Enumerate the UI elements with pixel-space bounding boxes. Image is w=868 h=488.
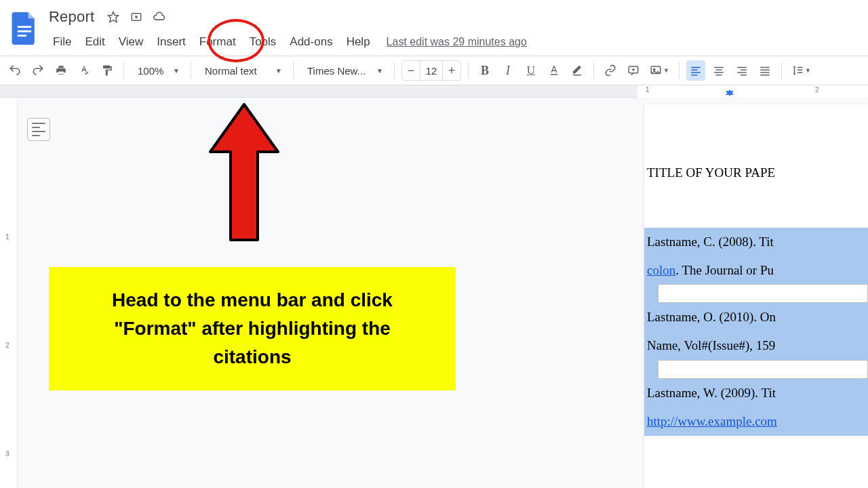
- annotation-callout: Head to the menu bar and click "Format" …: [49, 267, 456, 390]
- vertical-ruler[interactable]: 1 2 3: [0, 98, 18, 488]
- font-size-stepper: − 12 +: [401, 60, 461, 81]
- redo-button[interactable]: [28, 60, 47, 81]
- align-left-button[interactable]: [686, 60, 705, 81]
- citation-link[interactable]: colon: [647, 263, 675, 277]
- svg-rect-16: [737, 67, 747, 68]
- insert-link-button[interactable]: [601, 60, 620, 81]
- citation-line: colon. The Journal or Pu: [644, 256, 868, 285]
- ruler-tick: 1: [646, 86, 650, 94]
- menu-insert[interactable]: Insert: [150, 31, 193, 53]
- citation-line: http://www.example.com: [644, 407, 868, 436]
- caret-down-icon: ▼: [376, 67, 383, 75]
- menu-bar: File Edit View Insert Format Tools Add-o…: [46, 31, 527, 53]
- svg-rect-22: [760, 72, 770, 73]
- svg-rect-20: [760, 67, 770, 68]
- paint-format-button[interactable]: [98, 60, 117, 81]
- toolbar: 100% ▼ Normal text ▼ Times New... ▼ − 12…: [0, 56, 868, 85]
- insert-image-button[interactable]: ▼: [647, 60, 672, 81]
- align-justify-button[interactable]: [755, 60, 774, 81]
- add-comment-button[interactable]: [624, 60, 643, 81]
- svg-rect-1: [18, 30, 31, 33]
- print-button[interactable]: [52, 60, 71, 81]
- selection-gap: [658, 360, 868, 379]
- docs-logo-icon[interactable]: [5, 9, 43, 47]
- citation-link[interactable]: http://www.example.com: [647, 414, 777, 428]
- menu-help[interactable]: Help: [340, 31, 377, 53]
- star-icon[interactable]: [106, 10, 120, 24]
- selection-gap: [658, 284, 868, 303]
- svg-rect-10: [691, 72, 701, 73]
- move-icon[interactable]: [130, 10, 143, 24]
- citation-line: Lastname, C. (2008). Tit: [644, 228, 868, 256]
- font-value: Times New...: [307, 65, 366, 77]
- italic-button[interactable]: I: [498, 60, 517, 81]
- svg-rect-0: [18, 26, 31, 28]
- bold-button[interactable]: B: [475, 60, 494, 81]
- annotation-arrow-icon: [197, 98, 292, 260]
- ruler-tick: 2: [815, 86, 819, 94]
- svg-rect-11: [691, 75, 697, 76]
- svg-rect-18: [737, 72, 747, 73]
- svg-rect-2: [18, 35, 26, 37]
- paragraph-style-value: Normal text: [205, 65, 257, 77]
- citation-line: Name, Vol#(Issue#), 159: [644, 331, 868, 360]
- cloud-status-icon[interactable]: [153, 10, 166, 24]
- zoom-value: 100%: [138, 65, 163, 77]
- font-dropdown[interactable]: Times New... ▼: [300, 60, 387, 81]
- menu-view[interactable]: View: [112, 31, 151, 53]
- document-title[interactable]: Report: [46, 7, 97, 27]
- doc-title-line: TITLE OF YOUR PAPE: [644, 145, 868, 187]
- undo-button[interactable]: [5, 60, 24, 81]
- ruler-tick: 3: [5, 450, 9, 458]
- spellcheck-button[interactable]: [75, 60, 94, 81]
- caret-down-icon: ▼: [805, 67, 811, 74]
- caret-down-icon: ▼: [663, 67, 669, 74]
- document-page[interactable]: TITLE OF YOUR PAPE Lastname, C. (2008). …: [644, 104, 868, 488]
- svg-rect-13: [715, 70, 722, 71]
- svg-marker-3: [108, 12, 119, 22]
- svg-rect-14: [714, 72, 724, 73]
- align-center-button[interactable]: [709, 60, 728, 81]
- svg-rect-23: [760, 75, 770, 76]
- text-color-button[interactable]: [545, 60, 564, 81]
- menu-edit[interactable]: Edit: [78, 31, 111, 53]
- align-right-button[interactable]: [732, 60, 751, 81]
- highlight-color-button[interactable]: [568, 60, 587, 81]
- underline-button[interactable]: U: [521, 60, 540, 81]
- svg-rect-19: [741, 75, 747, 76]
- citation-line: Lastname, W. (2009). Tit: [644, 379, 868, 407]
- menu-file[interactable]: File: [46, 31, 78, 53]
- zoom-dropdown[interactable]: 100% ▼: [131, 60, 184, 81]
- ruler-tick: 1: [5, 233, 9, 241]
- caret-down-icon: ▼: [173, 67, 180, 75]
- svg-rect-12: [714, 67, 724, 68]
- menu-tools[interactable]: Tools: [243, 31, 283, 53]
- svg-point-7: [654, 68, 655, 70]
- editor-canvas: 1 2 3 Head to the menu bar and click "Fo…: [0, 98, 868, 488]
- caret-down-icon: ▼: [275, 67, 282, 75]
- svg-rect-9: [691, 70, 697, 71]
- horizontal-ruler[interactable]: 1 2: [0, 85, 868, 98]
- last-edit-link[interactable]: Last edit was 29 minutes ago: [387, 36, 527, 48]
- app-header: Report File Edit View Insert Format Tool…: [0, 0, 868, 56]
- indent-marker-icon[interactable]: [726, 91, 734, 96]
- paragraph-style-dropdown[interactable]: Normal text ▼: [198, 60, 286, 81]
- svg-rect-17: [741, 70, 747, 71]
- font-size-increase-button[interactable]: +: [443, 64, 460, 78]
- ruler-tick: 2: [5, 342, 9, 349]
- svg-rect-15: [715, 75, 722, 76]
- svg-rect-8: [691, 67, 701, 68]
- svg-rect-21: [760, 70, 770, 71]
- menu-format[interactable]: Format: [193, 31, 243, 53]
- citation-line: Lastname, O. (2010). On: [644, 303, 868, 331]
- menu-addons[interactable]: Add-ons: [283, 31, 339, 53]
- font-size-value[interactable]: 12: [420, 61, 443, 80]
- font-size-decrease-button[interactable]: −: [402, 64, 420, 78]
- line-spacing-button[interactable]: ▼: [789, 60, 814, 81]
- document-outline-button[interactable]: [27, 118, 50, 141]
